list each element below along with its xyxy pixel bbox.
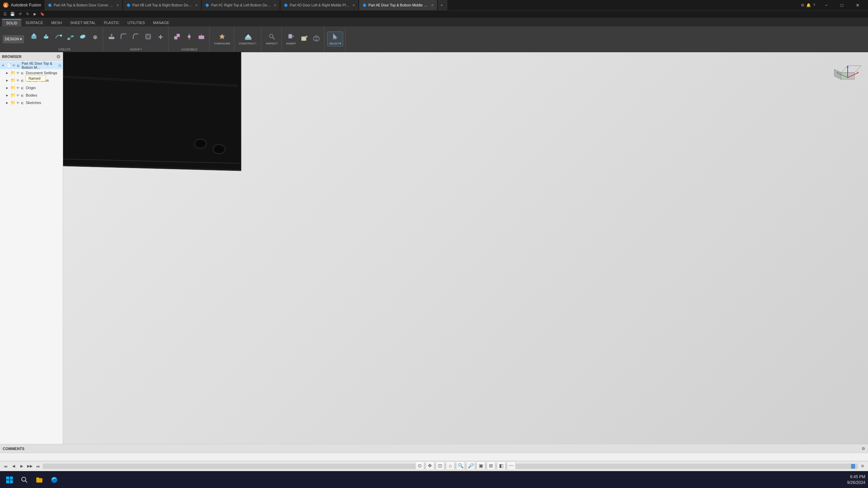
assemble-grounding-btn[interactable] xyxy=(196,32,207,42)
svg-point-8 xyxy=(80,34,86,39)
tab-1[interactable]: 🔷 Part #B Left Top & Right Bottom Door C… xyxy=(123,0,201,10)
close-button[interactable]: ✕ xyxy=(850,0,865,10)
display-settings-btn[interactable]: ▣ xyxy=(476,461,485,470)
start-button[interactable] xyxy=(3,473,16,487)
pan-btn[interactable]: ✥ xyxy=(426,461,434,470)
tab-mesh[interactable]: MESH xyxy=(47,19,66,26)
search-button[interactable] xyxy=(18,473,31,487)
browser-settings-button[interactable]: ⚙ xyxy=(56,54,61,59)
browser-item-options[interactable]: ⚙ xyxy=(58,64,61,67)
orbit-btn[interactable]: ⊙ xyxy=(415,461,424,470)
tab-close-0[interactable]: ✕ xyxy=(116,3,119,7)
tab-surface[interactable]: SURFACE xyxy=(21,19,47,26)
create-revolve-btn[interactable] xyxy=(40,32,52,42)
expand-sketches-icon[interactable]: ▶ xyxy=(5,100,9,105)
svg-line-36 xyxy=(63,157,240,163)
bookmark-button[interactable]: 🔖 xyxy=(39,11,45,17)
zoom-in-btn[interactable]: 🔍 xyxy=(456,461,465,470)
design-selector[interactable]: DESIGN ▾ xyxy=(3,35,24,43)
comments-expand-btn[interactable]: ⚙ xyxy=(862,446,865,451)
menu-button[interactable]: ☰ xyxy=(2,11,8,17)
svg-marker-53 xyxy=(857,72,859,74)
maximize-button[interactable]: □ xyxy=(834,0,850,10)
tab-manage[interactable]: MANAGE xyxy=(149,19,173,26)
timeline-start-btn[interactable]: ⏮ xyxy=(2,463,9,470)
tab-solid[interactable]: SOLID xyxy=(2,19,21,26)
modify-press-pull-btn[interactable] xyxy=(106,32,117,42)
view-layout-btn[interactable]: ⊞ xyxy=(487,461,495,470)
assemble-joint-btn[interactable] xyxy=(183,32,195,42)
tab-sheetmetal[interactable]: SHEET METAL xyxy=(66,19,100,26)
tab-new[interactable]: + xyxy=(438,0,448,10)
browser-item-sketches[interactable]: ▶ 📁 👁 ◐ Sketches xyxy=(0,99,63,106)
timeline-next-btn[interactable]: ▶▶ xyxy=(26,463,33,470)
create-freeform-btn[interactable] xyxy=(77,32,88,42)
highlight-bodies-btn[interactable]: ◐ xyxy=(21,94,26,97)
redo-button[interactable]: ↻ xyxy=(24,11,31,17)
highlight-docsettings-btn[interactable]: ◐ xyxy=(21,71,26,75)
tab-close-3[interactable]: ✕ xyxy=(352,3,355,7)
insert-mesh-btn[interactable] xyxy=(311,34,322,44)
undo-button[interactable]: ↺ xyxy=(17,11,23,17)
tab-close-1[interactable]: ✕ xyxy=(195,3,198,7)
modify-move-btn[interactable]: ✛ xyxy=(155,34,166,41)
tab-utilities[interactable]: UTILITIES xyxy=(123,19,149,26)
highlight-root-btn[interactable]: ◐ xyxy=(17,64,22,67)
insert-decal-btn[interactable] xyxy=(298,34,310,44)
expand-root-icon[interactable]: ▼ xyxy=(1,63,5,68)
expand-docsettings-icon[interactable]: ▶ xyxy=(5,70,9,75)
configure-btn[interactable]: CONFIGURE xyxy=(212,32,232,46)
browser-item-bodies[interactable]: ▶ 📁 👁 ◐ Bodies xyxy=(0,92,63,99)
create-sweep-btn[interactable] xyxy=(53,32,64,42)
tab-plastic[interactable]: PLASTIC xyxy=(100,19,123,26)
highlight-namedviews-btn[interactable]: ◐ xyxy=(21,79,26,82)
tab-2[interactable]: 🔷 Part #C Right Top & Left Bottom Door C… xyxy=(202,0,280,10)
timeline-prev-btn[interactable]: ◀ xyxy=(10,463,17,470)
more-view-btn[interactable]: ⋯ xyxy=(507,461,516,470)
modify-fillet-btn[interactable] xyxy=(118,32,130,42)
assemble-new-component-btn[interactable] xyxy=(171,32,183,42)
timeline-end-btn[interactable]: ⏭ xyxy=(35,463,41,470)
visibility-namedviews-btn[interactable]: 👁 xyxy=(16,79,21,82)
run-button[interactable]: ▶ xyxy=(32,11,38,17)
visibility-bodies-btn[interactable]: 👁 xyxy=(16,94,21,97)
select-btn[interactable]: SELECT▾ xyxy=(327,32,343,46)
expand-origin-icon[interactable]: ▶ xyxy=(5,85,9,90)
create-extrude-btn[interactable] xyxy=(28,32,40,43)
inspect-btn[interactable]: INSPECT xyxy=(264,32,279,46)
tab-close-2[interactable]: ✕ xyxy=(274,3,276,7)
highlight-origin-btn[interactable]: ◐ xyxy=(21,86,26,90)
save-button[interactable]: 💾 xyxy=(9,11,16,17)
zoom-out-btn[interactable]: 🔎 xyxy=(466,461,475,470)
modify-shell-btn[interactable] xyxy=(142,32,154,42)
expand-namedviews-icon[interactable]: ▶ xyxy=(5,78,9,83)
file-explorer-button[interactable] xyxy=(33,473,46,487)
construct-btn[interactable]: CONSTRUCT - xyxy=(237,32,259,46)
visibility-docsettings-btn[interactable]: 👁 xyxy=(16,71,21,75)
home-btn[interactable]: ⌂ xyxy=(446,461,455,470)
appearance-btn[interactable]: ◧ xyxy=(497,461,506,470)
tab-0[interactable]: 🔷 Part #A Top & Bottom Door Corner Piece… xyxy=(44,0,123,10)
highlight-sketches-btn[interactable]: ◐ xyxy=(21,101,26,105)
edge-browser-button[interactable] xyxy=(47,473,61,487)
clock-time: 6:45 PM xyxy=(847,474,865,480)
visibility-root-btn[interactable]: 👁 xyxy=(12,64,17,67)
insert-derive-btn[interactable]: INSERT xyxy=(284,32,298,46)
tab-4[interactable]: 🔷 Part #E Door Top & Bottom Middle Piece… xyxy=(359,0,437,10)
fit-btn[interactable]: ⊡ xyxy=(436,461,445,470)
modify-chamfer-btn[interactable] xyxy=(130,32,142,42)
browser-item-root[interactable]: ▼ 📄 👁 ◐ Part #E Door Top & Bottom M... ⚙ xyxy=(0,62,63,69)
viewport[interactable] xyxy=(63,52,868,444)
visibility-origin-btn[interactable]: 👁 xyxy=(16,86,21,90)
create-loft-btn[interactable] xyxy=(65,32,76,42)
tab-3[interactable]: 🔷 Part #D Door Left & Right Middle Place… xyxy=(280,0,359,10)
browser-origin-label: Origin xyxy=(26,86,61,90)
minimize-button[interactable]: − xyxy=(818,0,834,10)
expand-bodies-icon[interactable]: ▶ xyxy=(5,93,9,98)
visibility-sketches-btn[interactable]: 👁 xyxy=(16,101,21,105)
tab-close-4[interactable]: ✕ xyxy=(431,3,434,7)
browser-item-origin[interactable]: ▶ 📁 👁 ◐ Origin xyxy=(0,84,63,92)
timeline-play-btn[interactable]: ▶ xyxy=(18,463,25,470)
create-more-btn[interactable]: ⊕ xyxy=(89,34,101,41)
view-cube[interactable] xyxy=(834,56,861,83)
